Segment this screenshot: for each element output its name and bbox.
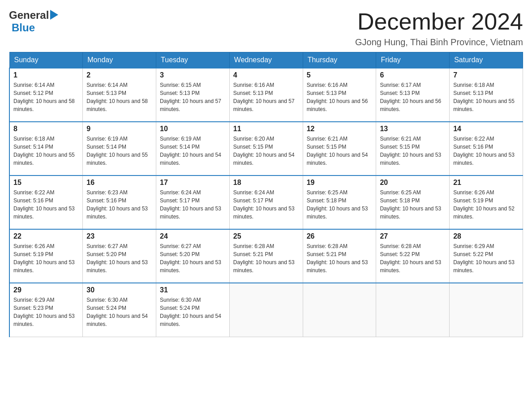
calendar-cell: 24Sunrise: 6:27 AMSunset: 5:20 PMDayligh… bbox=[156, 229, 230, 283]
day-number: 20 bbox=[380, 179, 446, 187]
title-section: December 2024 GJong Hung, Thai Binh Prov… bbox=[355, 9, 523, 47]
calendar-header-row: SundayMondayTuesdayWednesdayThursdayFrid… bbox=[9, 52, 523, 68]
calendar-cell: 18Sunrise: 6:24 AMSunset: 5:17 PMDayligh… bbox=[229, 176, 303, 229]
calendar-table: SundayMondayTuesdayWednesdayThursdayFrid… bbox=[9, 52, 523, 337]
day-info: Sunrise: 6:25 AMSunset: 5:18 PMDaylight:… bbox=[307, 188, 373, 221]
day-info: Sunrise: 6:15 AMSunset: 5:13 PMDaylight:… bbox=[160, 81, 226, 113]
day-number: 15 bbox=[13, 179, 79, 187]
logo-general-text: General bbox=[9, 9, 49, 21]
logo-blue-text: Blue bbox=[12, 21, 35, 34]
calendar-cell: 4Sunrise: 6:16 AMSunset: 5:13 PMDaylight… bbox=[229, 68, 303, 122]
day-info: Sunrise: 6:16 AMSunset: 5:13 PMDaylight:… bbox=[233, 81, 299, 113]
day-number: 28 bbox=[453, 232, 519, 240]
day-info: Sunrise: 6:27 AMSunset: 5:20 PMDaylight:… bbox=[160, 242, 226, 274]
calendar-cell: 30Sunrise: 6:30 AMSunset: 5:24 PMDayligh… bbox=[83, 283, 156, 337]
day-number: 31 bbox=[160, 286, 226, 294]
calendar-cell: 17Sunrise: 6:24 AMSunset: 5:17 PMDayligh… bbox=[156, 176, 230, 229]
day-number: 17 bbox=[160, 179, 226, 187]
day-number: 5 bbox=[307, 71, 373, 79]
calendar-cell: 14Sunrise: 6:22 AMSunset: 5:16 PMDayligh… bbox=[450, 122, 523, 176]
day-number: 16 bbox=[86, 179, 152, 187]
day-info: Sunrise: 6:30 AMSunset: 5:24 PMDaylight:… bbox=[86, 296, 152, 328]
calendar-cell: 16Sunrise: 6:23 AMSunset: 5:16 PMDayligh… bbox=[83, 176, 156, 229]
calendar-header-tuesday: Tuesday bbox=[156, 52, 230, 68]
svg-marker-0 bbox=[50, 10, 58, 20]
calendar-cell: 26Sunrise: 6:28 AMSunset: 5:21 PMDayligh… bbox=[303, 229, 376, 283]
day-info: Sunrise: 6:25 AMSunset: 5:18 PMDaylight:… bbox=[380, 188, 446, 221]
day-info: Sunrise: 6:21 AMSunset: 5:15 PMDaylight:… bbox=[307, 135, 373, 167]
day-info: Sunrise: 6:17 AMSunset: 5:13 PMDaylight:… bbox=[380, 81, 446, 113]
location-text: GJong Hung, Thai Binh Province, Vietnam bbox=[355, 37, 523, 47]
day-info: Sunrise: 6:16 AMSunset: 5:13 PMDaylight:… bbox=[307, 81, 373, 113]
day-info: Sunrise: 6:24 AMSunset: 5:17 PMDaylight:… bbox=[233, 188, 299, 221]
day-info: Sunrise: 6:30 AMSunset: 5:24 PMDaylight:… bbox=[160, 296, 226, 328]
calendar-cell: 10Sunrise: 6:19 AMSunset: 5:14 PMDayligh… bbox=[156, 122, 230, 176]
day-info: Sunrise: 6:14 AMSunset: 5:13 PMDaylight:… bbox=[86, 81, 152, 113]
calendar-cell bbox=[303, 283, 376, 337]
day-info: Sunrise: 6:24 AMSunset: 5:17 PMDaylight:… bbox=[160, 188, 226, 221]
calendar-cell: 29Sunrise: 6:29 AMSunset: 5:23 PMDayligh… bbox=[9, 283, 83, 337]
calendar-cell: 6Sunrise: 6:17 AMSunset: 5:13 PMDaylight… bbox=[376, 68, 450, 122]
day-info: Sunrise: 6:26 AMSunset: 5:19 PMDaylight:… bbox=[13, 242, 79, 274]
day-number: 18 bbox=[233, 179, 299, 187]
calendar-cell: 1Sunrise: 6:14 AMSunset: 5:12 PMDaylight… bbox=[9, 68, 83, 122]
day-info: Sunrise: 6:23 AMSunset: 5:16 PMDaylight:… bbox=[86, 188, 152, 221]
day-info: Sunrise: 6:26 AMSunset: 5:19 PMDaylight:… bbox=[453, 188, 519, 221]
day-info: Sunrise: 6:14 AMSunset: 5:12 PMDaylight:… bbox=[13, 81, 79, 113]
day-number: 8 bbox=[13, 125, 79, 133]
day-number: 1 bbox=[13, 71, 79, 79]
calendar-cell bbox=[376, 283, 450, 337]
calendar-week-5: 29Sunrise: 6:29 AMSunset: 5:23 PMDayligh… bbox=[9, 283, 523, 337]
day-info: Sunrise: 6:19 AMSunset: 5:14 PMDaylight:… bbox=[86, 135, 152, 167]
calendar-cell: 31Sunrise: 6:30 AMSunset: 5:24 PMDayligh… bbox=[156, 283, 230, 337]
day-number: 26 bbox=[307, 232, 373, 240]
calendar-cell: 20Sunrise: 6:25 AMSunset: 5:18 PMDayligh… bbox=[376, 176, 450, 229]
day-info: Sunrise: 6:28 AMSunset: 5:21 PMDaylight:… bbox=[233, 242, 299, 274]
calendar-cell bbox=[229, 283, 303, 337]
day-info: Sunrise: 6:29 AMSunset: 5:23 PMDaylight:… bbox=[13, 296, 79, 328]
calendar-week-2: 8Sunrise: 6:18 AMSunset: 5:14 PMDaylight… bbox=[9, 122, 523, 176]
day-number: 7 bbox=[453, 71, 519, 79]
day-number: 22 bbox=[13, 232, 79, 240]
day-number: 30 bbox=[86, 286, 152, 294]
day-number: 11 bbox=[233, 125, 299, 133]
logo: General Blue bbox=[9, 9, 58, 34]
day-info: Sunrise: 6:20 AMSunset: 5:15 PMDaylight:… bbox=[233, 135, 299, 167]
day-number: 29 bbox=[13, 286, 79, 294]
day-number: 6 bbox=[380, 71, 446, 79]
calendar-cell: 5Sunrise: 6:16 AMSunset: 5:13 PMDaylight… bbox=[303, 68, 376, 122]
calendar-cell: 2Sunrise: 6:14 AMSunset: 5:13 PMDaylight… bbox=[83, 68, 156, 122]
logo-arrow-icon bbox=[50, 10, 58, 21]
calendar-cell: 7Sunrise: 6:18 AMSunset: 5:13 PMDaylight… bbox=[450, 68, 523, 122]
calendar-header-thursday: Thursday bbox=[303, 52, 376, 68]
day-number: 4 bbox=[233, 71, 299, 79]
day-number: 27 bbox=[380, 232, 446, 240]
calendar-header-sunday: Sunday bbox=[9, 52, 83, 68]
day-info: Sunrise: 6:28 AMSunset: 5:21 PMDaylight:… bbox=[307, 242, 373, 274]
calendar-cell: 13Sunrise: 6:21 AMSunset: 5:15 PMDayligh… bbox=[376, 122, 450, 176]
calendar-header-wednesday: Wednesday bbox=[229, 52, 303, 68]
calendar-header-monday: Monday bbox=[83, 52, 156, 68]
calendar-cell: 8Sunrise: 6:18 AMSunset: 5:14 PMDaylight… bbox=[9, 122, 83, 176]
day-number: 19 bbox=[307, 179, 373, 187]
day-info: Sunrise: 6:29 AMSunset: 5:22 PMDaylight:… bbox=[453, 242, 519, 274]
day-number: 3 bbox=[160, 71, 226, 79]
day-info: Sunrise: 6:19 AMSunset: 5:14 PMDaylight:… bbox=[160, 135, 226, 167]
calendar-cell: 27Sunrise: 6:28 AMSunset: 5:22 PMDayligh… bbox=[376, 229, 450, 283]
day-info: Sunrise: 6:21 AMSunset: 5:15 PMDaylight:… bbox=[380, 135, 446, 167]
day-number: 14 bbox=[453, 125, 519, 133]
day-number: 10 bbox=[160, 125, 226, 133]
day-number: 2 bbox=[86, 71, 152, 79]
day-number: 24 bbox=[160, 232, 226, 240]
calendar-week-3: 15Sunrise: 6:22 AMSunset: 5:16 PMDayligh… bbox=[9, 176, 523, 229]
day-number: 23 bbox=[86, 232, 152, 240]
calendar-cell: 19Sunrise: 6:25 AMSunset: 5:18 PMDayligh… bbox=[303, 176, 376, 229]
calendar-cell: 21Sunrise: 6:26 AMSunset: 5:19 PMDayligh… bbox=[450, 176, 523, 229]
day-info: Sunrise: 6:18 AMSunset: 5:14 PMDaylight:… bbox=[13, 135, 79, 167]
day-info: Sunrise: 6:18 AMSunset: 5:13 PMDaylight:… bbox=[453, 81, 519, 113]
day-number: 21 bbox=[453, 179, 519, 187]
day-number: 12 bbox=[307, 125, 373, 133]
day-number: 9 bbox=[86, 125, 152, 133]
calendar-cell: 12Sunrise: 6:21 AMSunset: 5:15 PMDayligh… bbox=[303, 122, 376, 176]
calendar-cell: 25Sunrise: 6:28 AMSunset: 5:21 PMDayligh… bbox=[229, 229, 303, 283]
